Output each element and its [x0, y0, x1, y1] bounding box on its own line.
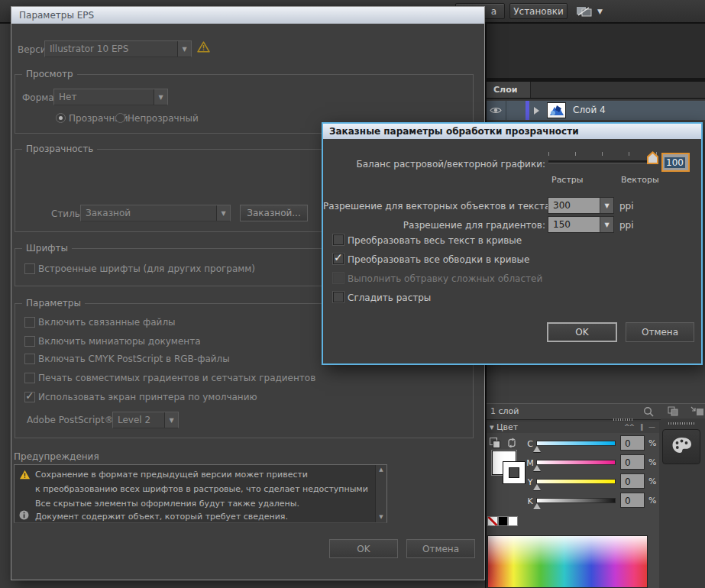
text-resolution-label: Разрешение для векторных объектов и текс… [323, 201, 545, 212]
black-unit: % [648, 496, 656, 506]
yellow-slider-track[interactable] [536, 479, 616, 484]
text-resolution-unit: ppi [619, 201, 634, 212]
flattener-title: Заказные параметры обработки прозрачност… [329, 126, 579, 137]
format-dropdown[interactable]: Нет [53, 89, 168, 105]
eps-dialog-title-bar[interactable]: Параметры EPS [11, 7, 484, 24]
yellow-value: 0 [625, 477, 631, 487]
warnings-scrollbar[interactable] [375, 465, 386, 522]
vector-label: Векторы [621, 175, 659, 185]
stroke-swatch[interactable] [503, 461, 526, 484]
text-resolution-dropdown[interactable]: 300 [548, 197, 614, 214]
text-to-outlines-label[interactable]: Преобразовать весь текст в кривые [348, 235, 522, 246]
none-swatch[interactable] [487, 516, 498, 526]
layer-lock-cell[interactable] [506, 101, 526, 120]
balance-slider-track[interactable] [548, 160, 657, 163]
custom-flattener-button[interactable]: Заказной... [240, 205, 308, 221]
swap-fill-stroke-icon[interactable] [506, 438, 517, 451]
yellow-slider-thumb[interactable] [533, 484, 541, 490]
color-spectrum[interactable] [487, 535, 648, 588]
color-panel-tab-bar: ▾ Цвет ^^ ‖ — [487, 422, 659, 434]
style-dropdown[interactable]: Заказной [80, 205, 231, 221]
color-panel-dock-button[interactable] [662, 429, 700, 464]
flattener-title-bar[interactable]: Заказные параметры обработки прозрачност… [323, 124, 701, 139]
layer-expand-triangle-icon[interactable] [534, 107, 539, 115]
dock-drag-handle-icon[interactable] [668, 422, 696, 425]
flattener-ok-label: OK [575, 327, 588, 338]
radio-opaque[interactable] [115, 113, 125, 123]
embed-fonts-checkbox[interactable] [24, 263, 35, 274]
presets-button[interactable]: Установки [509, 3, 568, 19]
radio-opaque-label[interactable]: Непрозрачный [128, 113, 199, 124]
flattener-ok-button[interactable]: OK [547, 322, 617, 342]
cyan-slider-track[interactable] [536, 441, 616, 446]
cyan-slider-thumb[interactable] [533, 446, 541, 452]
version-warning-icon [197, 41, 210, 55]
compatible-gradients-checkbox[interactable] [24, 373, 35, 383]
include-thumbnails-checkbox[interactable] [24, 336, 35, 347]
magenta-slider-track[interactable] [536, 460, 616, 465]
balance-slider-thumb[interactable] [647, 151, 658, 164]
white-swatch[interactable] [508, 516, 518, 526]
eps-cancel-label: Отмена [422, 544, 459, 554]
default-printer-screen-label[interactable]: Использовать экран принтера по умолчанию [38, 392, 257, 402]
include-cmyk-postscript-label[interactable]: Включать CMYK PostScript в RGB-файлы [38, 354, 230, 364]
info-icon [19, 510, 29, 522]
layer-thumbnail[interactable] [547, 102, 566, 118]
text-to-outlines-checkbox[interactable] [333, 234, 344, 245]
strokes-to-outlines-checkbox[interactable] [333, 254, 344, 264]
eps-ok-button[interactable]: OK [329, 539, 398, 558]
layers-panel-tab-bar: Слои [487, 82, 705, 99]
flattener-dialog: Заказные параметры обработки прозрачност… [322, 122, 703, 365]
strokes-to-outlines-label[interactable]: Преобразовать все обводки в кривые [348, 254, 529, 265]
cyan-value-field[interactable]: 0 [620, 435, 645, 451]
include-cmyk-postscript-checkbox[interactable] [24, 354, 35, 364]
include-linked-files-label[interactable]: Включить связанные файлы [38, 317, 176, 328]
arrange-documents-icon[interactable] [576, 5, 593, 20]
postscript-dropdown[interactable]: Level 2 [112, 412, 179, 428]
dropdown-arrow-icon [177, 41, 191, 57]
antialias-rasters-checkbox[interactable] [333, 292, 344, 302]
layer-visibility-cell[interactable] [487, 101, 506, 120]
balance-value: 100 [665, 157, 685, 168]
tab-layers[interactable]: Слои [487, 82, 531, 98]
black-slider-thumb[interactable] [533, 503, 541, 509]
illustrator-app: а Установки ▼ Слои [0, 0, 705, 588]
collapse-panel-icon[interactable]: ^^ [624, 423, 634, 431]
black-value-field[interactable]: 0 [620, 493, 645, 508]
default-fill-stroke-icon[interactable] [490, 438, 501, 449]
compatible-gradients-label[interactable]: Печать совместимых градиентов и сетчатых… [38, 373, 315, 383]
warnings-box: Сохранение в формате предыдущей версии м… [14, 464, 387, 523]
black-swatch[interactable] [498, 516, 508, 526]
magenta-value-field[interactable]: 0 [620, 454, 645, 470]
embed-fonts-label[interactable]: Встроенные шрифты (для других программ) [38, 263, 255, 274]
layers-count-label: 1 слой [490, 406, 519, 416]
tab-color[interactable]: ▾ Цвет [490, 422, 518, 432]
eye-icon[interactable] [490, 106, 502, 117]
layer-row[interactable]: Слой 4 [487, 101, 705, 121]
eps-cancel-button[interactable]: Отмена [406, 539, 475, 558]
cyan-value: 0 [625, 438, 631, 449]
antialias-rasters-label[interactable]: Сгладить растры [348, 292, 431, 303]
clipping-mask-icon[interactable] [668, 406, 680, 417]
collect-layer-icon[interactable] [690, 406, 703, 417]
panel-drag-handle-icon[interactable] [613, 418, 633, 421]
magenta-slider-thumb[interactable] [533, 465, 541, 471]
gradient-resolution-unit: ppi [619, 220, 634, 231]
default-printer-screen-checkbox[interactable] [24, 392, 35, 402]
radio-transparent[interactable] [56, 113, 66, 123]
scroll-up-icon[interactable] [376, 465, 386, 475]
balance-value-field[interactable]: 100 [661, 153, 690, 172]
include-linked-files-checkbox[interactable] [24, 317, 35, 328]
minimize-panel-icon[interactable]: — [648, 423, 655, 431]
raster-label: Растры [551, 175, 584, 185]
locate-object-icon[interactable] [643, 406, 655, 417]
version-dropdown[interactable]: Illustrator 10 EPS [44, 40, 192, 57]
flattener-cancel-button[interactable]: Отмена [626, 322, 694, 342]
yellow-value-field[interactable]: 0 [620, 473, 645, 489]
include-thumbnails-label[interactable]: Включить миниатюры документа [38, 336, 200, 347]
gradient-resolution-dropdown[interactable]: 150 [548, 216, 614, 233]
arrange-documents-caret-icon[interactable]: ▼ [597, 8, 603, 15]
magenta-unit: % [648, 457, 656, 467]
black-slider-track[interactable] [536, 498, 616, 503]
scroll-down-icon[interactable] [376, 512, 386, 522]
